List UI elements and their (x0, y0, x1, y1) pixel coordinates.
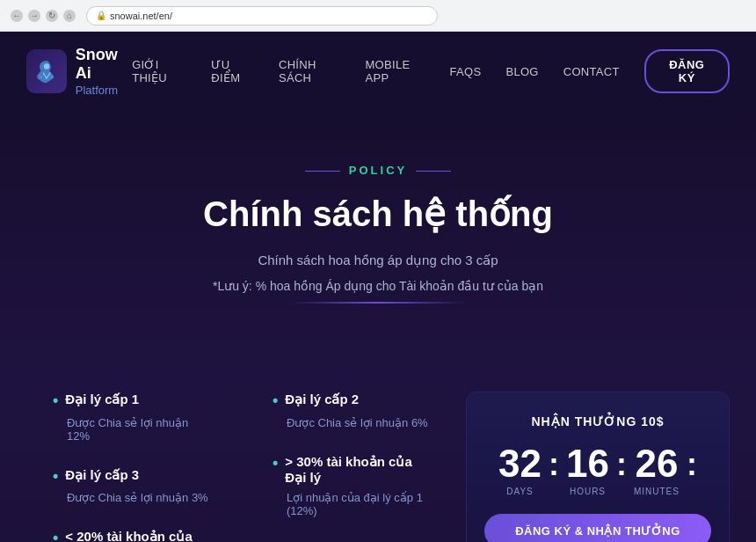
hero-section: POLICY Chính sách hệ thống Chính sách ho… (0, 111, 756, 374)
content-section: • Đại lý cấp 1 Được Chia sẻ lợi nhuận 12… (0, 374, 756, 542)
reward-card: NHẬN THƯỞNG 10$ 32 DAYS : 16 HOURS : 26 … (466, 392, 730, 542)
time-separator-3: : (687, 449, 697, 480)
countdown-days: 32 DAYS (498, 444, 542, 496)
logo: Snow Ai Platform (26, 46, 132, 98)
register-button[interactable]: ĐĂNG KÝ (644, 49, 730, 93)
policy-item-3: • Đại lý cấp 3 Được Chia sẻ lợi nhuận 3% (53, 467, 211, 505)
gradient-divider (290, 302, 466, 304)
svg-point-1 (40, 76, 42, 78)
policy-item-3-title: • Đại lý cấp 3 (53, 467, 211, 487)
reward-register-button[interactable]: ĐĂNG KÝ & NHẬN THƯỞNG (484, 514, 711, 542)
policy-item-1-title: • Đại lý cấp 1 (53, 392, 211, 411)
policy-item-3-desc: Được Chia sẻ lợi nhuận 3% (53, 491, 211, 504)
browser-chrome: ← → ↻ ⌂ 🔒 snowai.net/en/ (0, 0, 756, 32)
policy-item-4-desc: Lợi nhuận của đại lý cấp 1 (12%) (273, 491, 431, 517)
countdown-timer: 32 DAYS : 16 HOURS : 26 MINUTES : (484, 444, 711, 496)
home-button[interactable]: ⌂ (63, 10, 76, 22)
logo-svg (33, 57, 61, 85)
browser-controls: ← → ↻ ⌂ (11, 10, 76, 22)
svg-point-0 (44, 63, 49, 69)
days-label: DAYS (498, 487, 542, 496)
bullet-icon-2: • (273, 392, 278, 411)
hours-number: 16 (566, 444, 609, 483)
hours-label: HOURS (566, 487, 609, 496)
bullet-icon-3: • (53, 467, 58, 487)
policy-item-5: • < 20% tài khoản của Đại lý Đại lý cấp … (53, 529, 211, 542)
bullet-icon-4: • (273, 454, 278, 473)
nav-item-policy[interactable]: CHÍNH SÁCH (279, 58, 340, 84)
nav-item-faqs[interactable]: FAQS (450, 65, 482, 78)
policy-item-4: • > 30% tài khoản của Đại lý Lợi nhuận c… (273, 454, 431, 517)
logo-icon (26, 49, 67, 93)
countdown-minutes: 26 MINUTES (634, 444, 680, 496)
policy-item-1: • Đại lý cấp 1 Được Chia sẻ lợi nhuận 12… (53, 392, 211, 443)
bullet-icon-1: • (53, 392, 58, 411)
policy-right-column: • Đại lý cấp 2 Được Chia sẻ lợi nhuận 6%… (246, 374, 448, 542)
policy-label: POLICY (53, 164, 703, 177)
hero-title: Chính sách hệ thống (53, 193, 703, 235)
logo-text: Snow Ai Platform (76, 46, 132, 98)
policy-item-2: • Đại lý cấp 2 Được Chia sẻ lợi nhuận 6% (273, 392, 431, 429)
nav-links: GIỚI THIỆU ƯU ĐIỂM CHÍNH SÁCH MOBILE APP… (132, 49, 730, 93)
nav-item-app[interactable]: MOBILE APP (365, 58, 425, 84)
hero-note: *Lưu ý: % hoa hồng Áp dụng cho Tài khoản… (53, 279, 703, 293)
hero-subtitle: Chính sách hoa hồng áp dụng cho 3 cấp (53, 253, 703, 268)
reward-title: NHẬN THƯỞNG 10$ (484, 414, 711, 428)
nav-item-contact[interactable]: CONTACT (563, 65, 620, 78)
minutes-number: 26 (634, 444, 680, 483)
minutes-label: MINUTES (634, 487, 680, 496)
nav-item-blog[interactable]: BLOG (505, 65, 538, 78)
policy-item-5-title: • < 20% tài khoản của Đại lý (53, 529, 211, 542)
back-button[interactable]: ← (11, 10, 23, 22)
countdown-hours: 16 HOURS (566, 444, 609, 496)
reload-button[interactable]: ↻ (46, 10, 58, 22)
days-number: 32 (498, 444, 542, 483)
nav-item-features[interactable]: ƯU ĐIỂM (211, 58, 254, 84)
policy-item-2-desc: Được Chia sẻ lợi nhuận 6% (273, 416, 431, 429)
policy-item-1-desc: Được Chia sẻ lợi nhuận 12% (53, 416, 211, 443)
nav-item-intro[interactable]: GIỚI THIỆU (132, 58, 186, 84)
policy-left-column: • Đại lý cấp 1 Được Chia sẻ lợi nhuận 12… (26, 374, 229, 542)
logo-subtitle: Platform (76, 84, 132, 98)
time-separator-2: : (616, 449, 627, 480)
url-text: snowai.net/en/ (110, 11, 172, 21)
policy-item-2-title: • Đại lý cấp 2 (273, 392, 431, 411)
bullet-icon-5: • (53, 529, 58, 542)
address-bar[interactable]: 🔒 snowai.net/en/ (86, 6, 438, 26)
lock-icon: 🔒 (96, 11, 106, 20)
forward-button[interactable]: → (28, 10, 40, 22)
policy-item-4-title: • > 30% tài khoản của Đại lý (273, 454, 431, 486)
logo-name: Snow Ai (76, 46, 132, 84)
svg-point-2 (51, 76, 54, 78)
time-separator-1: : (549, 449, 559, 480)
navbar: Snow Ai Platform GIỚI THIỆU ƯU ĐIỂM CHÍN… (0, 32, 756, 111)
